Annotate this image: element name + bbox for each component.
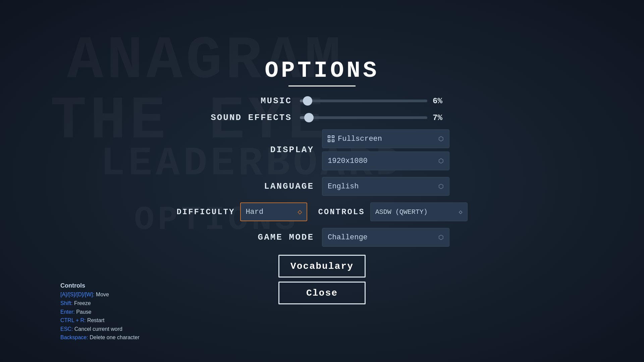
controls-key-2: Shift: [60,300,72,306]
sound-effects-row: SOUND EFFECTS 7% [195,113,449,123]
svg-rect-1 [332,136,334,138]
options-panel: OPTIONS MUSIC 6% SOUND EFFECTS [195,58,449,304]
game-mode-select[interactable]: Challenge ⬡ [322,228,449,247]
controls-section: CONTROLS ASDW (QWERTY) ◇ [318,202,467,221]
controls-help-line-4: CTRL + R: Restart [60,316,140,325]
difficulty-controls-row: DIFFICULTY Hard ◇ CONTROLS ASDW (QWERTY)… [195,202,449,221]
controls-help-line-3: Enter: Pause [60,308,140,316]
controls-text-6: Delete one character [90,335,140,340]
display-mode-value-wrapper: Fullscreen [328,135,382,143]
display-resolution-chevron: ⬡ [438,157,444,165]
language-chevron: ⬡ [438,183,444,190]
difficulty-section: DIFFICULTY Hard ◇ [176,202,307,221]
controls-help-line-6: Backspace: Delete one character [60,333,140,342]
language-label: LANGUAGE [233,181,314,191]
music-slider-thumb[interactable] [303,96,312,106]
difficulty-select[interactable]: Hard ◇ [240,202,307,221]
music-row: MUSIC 6% [195,96,449,106]
controls-text-5: Cancel current word [74,326,122,332]
title-section: OPTIONS [265,58,379,86]
difficulty-chevron: ◇ [298,207,302,217]
controls-key-1: [A]/[S]/[D]/[W]: [60,292,94,297]
options-grid: MUSIC 6% SOUND EFFECTS 7% [195,96,449,247]
display-resolution-select[interactable]: 644x362 ⬡ [322,152,449,170]
language-row: LANGUAGE English ⬡ [195,177,449,196]
controls-help-panel: Controls [A]/[S]/[D]/[W]: Move Shift: Fr… [60,281,140,342]
controls-help-line-1: [A]/[S]/[D]/[W]: Move [60,290,140,299]
svg-rect-0 [328,136,330,138]
controls-key-5: ESC: [60,326,73,332]
controls-chevron: ◇ [459,208,463,216]
difficulty-value: Hard [246,208,263,216]
controls-help-line-5: ESC: Cancel current word [60,325,140,334]
controls-key-4: CTRL + R: [60,317,86,323]
sound-slider-track[interactable] [300,116,427,119]
controls-key-3: Enter: [60,309,75,315]
display-mode-chevron: ⬡ [438,135,444,142]
controls-text-4: Restart [87,317,105,323]
vocabulary-button[interactable]: Vocabulary [278,255,366,278]
game-mode-chevron: ⬡ [438,234,444,241]
game-mode-value: Challenge [328,233,368,242]
controls-text-1: Move [96,292,109,297]
controls-help-title: Controls [60,281,140,291]
svg-rect-2 [328,140,330,142]
music-slider-track[interactable] [300,100,427,102]
page-title: OPTIONS [265,58,379,83]
sound-effects-label: SOUND EFFECTS [211,113,292,123]
title-underline [288,85,356,86]
display-mode-select[interactable]: Fullscreen ⬡ [322,129,449,148]
controls-text-2: Freeze [74,300,91,306]
controls-label: CONTROLS [318,207,365,217]
sound-slider-thumb[interactable] [304,113,314,122]
sound-value: 7% [433,113,449,122]
music-value: 6% [433,97,449,106]
music-label: MUSIC [211,96,292,106]
game-mode-label: GAME MODE [233,232,314,242]
svg-rect-3 [332,140,334,142]
controls-select[interactable]: ASDW (QWERTY) ◇ [370,202,468,221]
display-resolution-label: 644x362 [328,157,368,165]
controls-help-line-2: Shift: Freeze [60,299,140,308]
language-select[interactable]: English ⬡ [322,177,449,196]
music-slider-container: 6% [300,97,449,106]
controls-text-3: Pause [76,309,91,315]
controls-value: ASDW (QWERTY) [375,208,428,216]
display-row: DISPLAY Fullscreen ⬡ [195,129,449,170]
sound-slider-container: 7% [300,113,449,122]
difficulty-label: DIFFICULTY [176,207,235,217]
display-controls: Fullscreen ⬡ 644x362 ⬡ [322,129,449,170]
close-button[interactable]: Close [278,282,366,304]
fullscreen-icon [328,135,334,142]
controls-key-6: Backspace: [60,335,88,340]
display-label: DISPLAY [233,145,314,155]
display-mode-label: Fullscreen [338,135,382,143]
bottom-buttons: Vocabulary Close [195,255,449,304]
language-value: English [328,182,359,191]
game-mode-row: GAME MODE Challenge ⬡ [195,228,449,247]
